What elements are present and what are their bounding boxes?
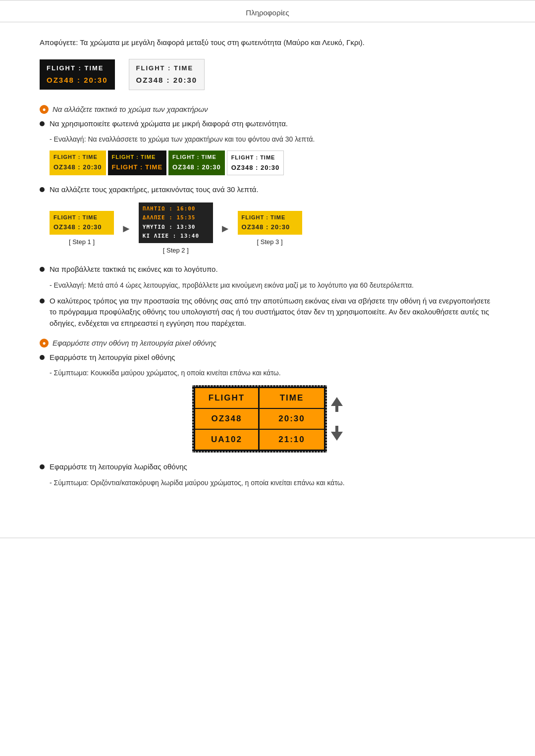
board-white-black: FLIGHT : TIME OZ348 : 20:30 <box>227 151 284 175</box>
sub-note-5: - Σύμπτωμα: Κουκκίδα μαύρου χρώματος, η … <box>50 368 495 378</box>
color-boards-row: FLIGHT : TIME OZ348 : 20:30 FLIGHT : TIM… <box>50 151 495 175</box>
bullet3-row: Να προβάλλετε τακτικά τις εικόνες και το… <box>40 264 495 275</box>
step1-container: FLIGHT : TIME OZ348 : 20:30 [ Step 1 ] <box>50 211 114 247</box>
gw-r1: FLIGHT : TIME <box>172 153 221 161</box>
gw-r2: OZ348 : 20:30 <box>172 162 221 172</box>
wb-r1: FLIGHT : TIME <box>231 153 280 162</box>
bullet-dot-5 <box>40 355 45 360</box>
svg-marker-0 <box>331 397 343 406</box>
svg-marker-3 <box>331 432 343 441</box>
bullet2-row: Να αλλάζετε τους χαρακτήρες, μετακινόντα… <box>40 184 495 196</box>
pb-ua102: UA102 <box>195 430 260 450</box>
step1-label: [ Step 1 ] <box>50 237 114 247</box>
svg-rect-1 <box>335 406 338 412</box>
pb-header-row: FLIGHT TIME <box>195 388 324 408</box>
steps-row: FLIGHT : TIME OZ348 : 20:30 [ Step 1 ] ►… <box>50 202 495 255</box>
step1-board: FLIGHT : TIME OZ348 : 20:30 <box>50 211 114 235</box>
board-yellow-black: FLIGHT : TIME OZ348 : 20:30 <box>50 151 106 175</box>
page: Πληροφορίες Αποφύγετε: Τα χρώματα με μεγ… <box>0 0 535 756</box>
svg-rect-2 <box>335 426 338 432</box>
sub-note-1: - Εναλλαγή: Να εναλλάσσετε το χρώμα των … <box>50 134 495 145</box>
section5-heading: Εφαρμόστε στην οθόνη τη λειτουργία pixel… <box>53 338 216 349</box>
flight-board-light: FLIGHT : TIME OZ348 : 20:30 <box>129 59 205 90</box>
pixel-wrapper: FLIGHT TIME OZ348 20:30 <box>192 385 343 453</box>
pb-header-time: TIME <box>260 388 324 408</box>
light-board-row1: FLIGHT : TIME <box>136 63 198 73</box>
section5-heading-row: ● Εφαρμόστε στην οθόνη τη λειτουργία pix… <box>40 338 495 349</box>
bullet-dot-1 <box>40 121 45 126</box>
step2-r1: ΠΛΗΤΙΩ : 16:00 <box>143 205 209 213</box>
orange-icon-symbol-2: ● <box>42 339 46 348</box>
flight-board-dark: FLIGHT : TIME OZ348 : 20:30 <box>40 59 115 90</box>
content: Αποφύγετε: Τα χρώματα με μεγάλη διαφορά … <box>0 22 535 523</box>
step2-label: [ Step 2 ] <box>139 246 213 255</box>
step3-container: FLIGHT : TIME OZ348 : 20:30 [ Step 3 ] <box>238 211 302 247</box>
step2-board: ΠΛΗΤΙΩ : 16:00 ΔΛΛΠΣΕ : 15:35 ΥΜΥΤΙΩ : 1… <box>139 202 213 243</box>
step2-r4: ΚΙ ΛΙΣΕ : 13:40 <box>143 232 209 241</box>
pb-2030: 20:30 <box>260 409 324 429</box>
header-title: Πληροφορίες <box>0 3 535 22</box>
bullet6-text: Εφαρμόστε τη λειτουργία λωρίδας οθόνης <box>50 461 187 473</box>
down-arrow-indicator <box>331 397 343 441</box>
step2-container: ΠΛΗΤΙΩ : 16:00 ΔΛΛΠΣΕ : 15:35 ΥΜΥΤΙΩ : 1… <box>139 202 213 255</box>
step3-r1: FLIGHT : TIME <box>242 213 298 222</box>
bullet-dot-2 <box>40 187 45 192</box>
orange-icon-symbol: ● <box>42 105 46 114</box>
pb-2110: 21:10 <box>260 430 324 450</box>
sub-note-3: - Εναλλαγή: Μετά από 4 ώρες λειτουργίας,… <box>50 280 495 291</box>
step1-r2: OZ348 : 20:30 <box>54 222 110 232</box>
light-board-row2: OZ348 : 20:30 <box>136 75 198 86</box>
bullet4-text: Ο καλύτερος τρόπος για την προστασία της… <box>50 296 495 329</box>
dark-board-row1: FLIGHT : TIME <box>47 63 108 73</box>
bottom-border <box>0 538 535 538</box>
bullet4-row: Ο καλύτερος τρόπος για την προστασία της… <box>40 296 495 329</box>
intro-text: Αποφύγετε: Τα χρώματα με μεγάλη διαφορά … <box>40 37 495 49</box>
boards-comparison-row: FLIGHT : TIME OZ348 : 20:30 FLIGHT : TIM… <box>40 59 495 90</box>
yb-r2: OZ348 : 20:30 <box>54 162 102 172</box>
bullet5-text: Εφαρμόστε τη λειτουργία pixel οθόνης <box>50 352 175 363</box>
bullet6-row: Εφαρμόστε τη λειτουργία λωρίδας οθόνης <box>40 461 495 473</box>
orange-circle-icon-2: ● <box>40 339 49 348</box>
bullet1-row: Να χρησιμοποιείτε φωτεινά χρώματα με μικ… <box>40 118 495 130</box>
pixel-board-container: FLIGHT TIME OZ348 20:30 <box>40 385 495 453</box>
bullet-dot-6 <box>40 464 45 469</box>
orange-circle-icon-1: ● <box>40 105 49 114</box>
section1-heading: Να αλλάζετε τακτικά το χρώμα των χαρακτή… <box>53 104 208 115</box>
bullet5-row: Εφαρμόστε τη λειτουργία pixel οθόνης <box>40 352 495 363</box>
step2-r2: ΔΛΛΠΣΕ : 15:35 <box>143 214 209 222</box>
pb-header-flight: FLIGHT <box>195 388 260 408</box>
bullet-dot-3 <box>40 267 45 272</box>
sub-note-6: - Σύμπτωμα: Οριζόντια/κατακόρυφη λωρίδα … <box>50 478 495 488</box>
yb-r1: FLIGHT : TIME <box>54 153 102 161</box>
bullet-dot-4 <box>40 299 45 303</box>
pb-row3: UA102 21:10 <box>195 430 324 450</box>
pb-row2: OZ348 20:30 <box>195 409 324 429</box>
step1-r1: FLIGHT : TIME <box>54 213 110 222</box>
step3-label: [ Step 3 ] <box>238 237 302 247</box>
step2-r3: ΥΜΥΤΙΩ : 13:30 <box>143 223 209 232</box>
by-r1: FLIGHT : TIME <box>112 153 163 161</box>
pixel-board: FLIGHT TIME OZ348 20:30 <box>192 385 327 453</box>
bullet1-text: Να χρησιμοποιείτε φωτεινά χρώματα με μικ… <box>50 118 288 130</box>
step3-r2: OZ348 : 20:30 <box>242 222 298 232</box>
dark-board-row2: OZ348 : 20:30 <box>47 75 108 86</box>
arrow-right-2: ► <box>220 220 231 237</box>
section1-heading-row: ● Να αλλάζετε τακτικά το χρώμα των χαρακ… <box>40 104 495 115</box>
bullet2-text: Να αλλάζετε τους χαρακτήρες, μετακινόντα… <box>50 184 259 196</box>
pb-oz348: OZ348 <box>195 409 260 429</box>
step3-board: FLIGHT : TIME OZ348 : 20:30 <box>238 211 302 235</box>
board-green-white: FLIGHT : TIME OZ348 : 20:30 <box>168 151 225 175</box>
down-arrow-icon-2 <box>331 426 343 441</box>
arrow-right-1: ► <box>121 220 132 237</box>
down-arrow-icon <box>331 397 343 422</box>
top-border <box>0 0 535 0</box>
by-r2: FLIGHT : TIME <box>112 162 163 172</box>
wb-r2: OZ348 : 20:30 <box>231 163 280 173</box>
bullet3-text: Να προβάλλετε τακτικά τις εικόνες και το… <box>50 264 218 275</box>
board-black-yellow: FLIGHT : TIME FLIGHT : TIME <box>108 151 167 175</box>
